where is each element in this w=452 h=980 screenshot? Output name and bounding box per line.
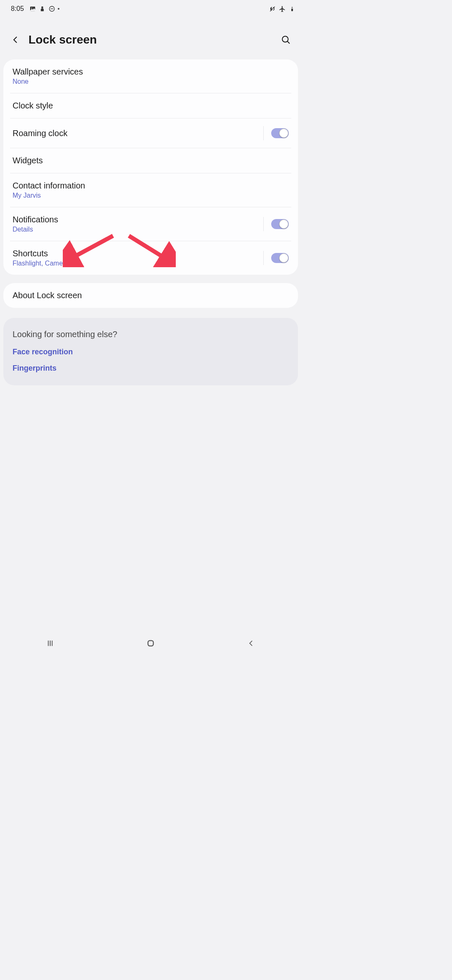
related-settings-card: Looking for something else? Face recogni…	[3, 318, 298, 385]
setting-subtitle: Flashlight, Camera	[13, 260, 263, 267]
image-icon	[29, 5, 36, 13]
search-button[interactable]	[279, 33, 293, 47]
setting-title: About Lock screen	[13, 291, 289, 300]
nav-back-button[interactable]	[243, 635, 259, 652]
vibrate-icon	[269, 5, 276, 13]
user-icon	[39, 5, 46, 13]
settings-group-about: About Lock screen	[3, 283, 298, 308]
battery-icon	[288, 5, 295, 13]
svg-point-2	[41, 6, 43, 8]
setting-title: Roaming clock	[13, 129, 263, 138]
shortcuts-toggle[interactable]	[271, 253, 289, 263]
status-time: 8:05	[11, 5, 24, 13]
roaming-clock-toggle[interactable]	[271, 128, 289, 138]
link-fingerprints[interactable]: Fingerprints	[13, 364, 289, 373]
status-right-icons	[269, 5, 295, 13]
more-notifications-dot	[58, 8, 59, 10]
setting-subtitle: None	[13, 78, 289, 85]
setting-subtitle: Details	[13, 226, 263, 233]
nav-recents-button[interactable]	[42, 635, 59, 652]
setting-title: Notifications	[13, 215, 263, 224]
svg-point-9	[282, 36, 288, 42]
setting-roaming-clock[interactable]: Roaming clock	[10, 118, 291, 148]
do-not-disturb-icon	[48, 5, 55, 13]
link-face-recognition[interactable]: Face recognition	[13, 348, 289, 356]
page-title: Lock screen	[28, 33, 273, 46]
settings-group-main: Wallpaper services None Clock style Roam…	[3, 59, 298, 275]
svg-rect-8	[292, 7, 293, 8]
status-bar: 8:05	[0, 0, 301, 18]
setting-title: Widgets	[13, 156, 289, 165]
back-button[interactable]	[8, 33, 23, 47]
airplane-mode-icon	[279, 5, 286, 13]
system-nav-bar	[0, 633, 301, 653]
setting-title: Clock style	[13, 101, 289, 111]
status-left-icons	[29, 5, 59, 13]
setting-title: Wallpaper services	[13, 67, 289, 77]
setting-contact-information[interactable]: Contact information My Jarvis	[10, 173, 291, 207]
svg-line-10	[288, 41, 290, 44]
header: Lock screen	[0, 18, 301, 59]
setting-clock-style[interactable]: Clock style	[10, 93, 291, 118]
setting-subtitle: My Jarvis	[13, 192, 289, 199]
svg-rect-14	[148, 641, 154, 646]
setting-title: Contact information	[13, 181, 289, 191]
setting-notifications[interactable]: Notifications Details	[10, 207, 291, 241]
nav-home-button[interactable]	[142, 635, 159, 652]
related-prompt: Looking for something else?	[13, 330, 289, 339]
setting-title: Shortcuts	[13, 249, 263, 258]
notifications-toggle[interactable]	[271, 219, 289, 229]
setting-widgets[interactable]: Widgets	[10, 148, 291, 173]
setting-about-lock-screen[interactable]: About Lock screen	[3, 283, 298, 308]
svg-rect-7	[291, 9, 293, 11]
setting-shortcuts[interactable]: Shortcuts Flashlight, Camera	[10, 241, 291, 275]
setting-wallpaper-services[interactable]: Wallpaper services None	[3, 59, 298, 93]
svg-point-1	[31, 8, 32, 8]
